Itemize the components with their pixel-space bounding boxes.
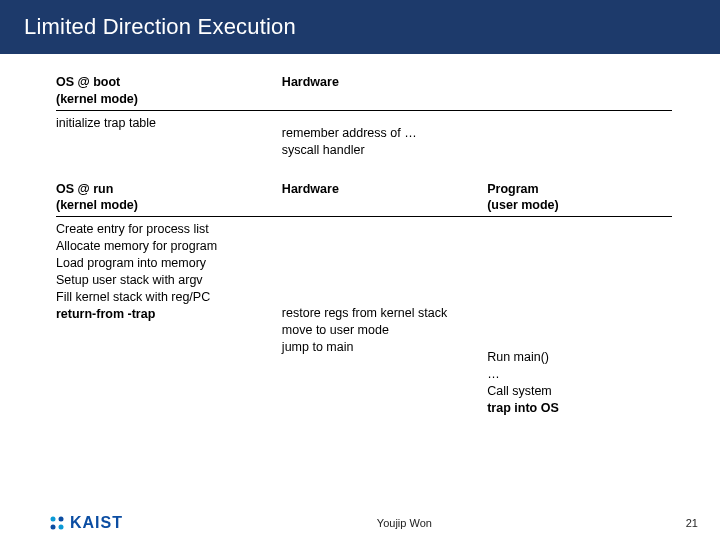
logo-text: KAIST bbox=[70, 514, 123, 532]
col-header-hw: Hardware bbox=[282, 181, 487, 215]
col-header-os: OS @ boot(kernel mode) bbox=[56, 74, 282, 108]
section-run: OS @ run(kernel mode) Hardware Program(u… bbox=[56, 181, 672, 417]
col-header-hw: Hardware bbox=[282, 74, 487, 108]
cell-hw: remember address of …syscall handler bbox=[282, 111, 487, 159]
kaist-logo: KAIST bbox=[48, 514, 123, 532]
cell-os: initialize trap table bbox=[56, 111, 282, 159]
col-header-os: OS @ run(kernel mode) bbox=[56, 181, 282, 215]
svg-point-2 bbox=[51, 525, 56, 530]
author-name: Youjip Won bbox=[377, 517, 432, 529]
table-header-row: OS @ run(kernel mode) Hardware Program(u… bbox=[56, 181, 672, 218]
logo-icon bbox=[48, 514, 66, 532]
col-header-prog: Program(user mode) bbox=[487, 181, 672, 215]
slide-footer: KAIST Youjip Won 21 bbox=[0, 514, 720, 532]
table-row: Create entry for process list Allocate m… bbox=[56, 217, 672, 417]
cell-hw-steps: restore regs from kernel stack move to u… bbox=[282, 217, 487, 417]
page-title: Limited Direction Execution bbox=[24, 14, 700, 40]
table-row: initialize trap table remember address o… bbox=[56, 111, 672, 159]
section-boot: OS @ boot(kernel mode) Hardware initiali… bbox=[56, 74, 672, 159]
cell-prog-steps: Run main() … Call system trap into OS bbox=[487, 217, 672, 417]
svg-point-0 bbox=[51, 517, 56, 522]
title-banner: Limited Direction Execution bbox=[0, 0, 720, 54]
col-header-empty bbox=[487, 74, 672, 108]
page-number: 21 bbox=[686, 517, 698, 529]
slide-content: OS @ boot(kernel mode) Hardware initiali… bbox=[0, 54, 720, 417]
table-header-row: OS @ boot(kernel mode) Hardware bbox=[56, 74, 672, 111]
svg-point-3 bbox=[59, 525, 64, 530]
cell-os-steps: Create entry for process list Allocate m… bbox=[56, 217, 282, 417]
cell-empty bbox=[487, 111, 672, 159]
svg-point-1 bbox=[59, 517, 64, 522]
